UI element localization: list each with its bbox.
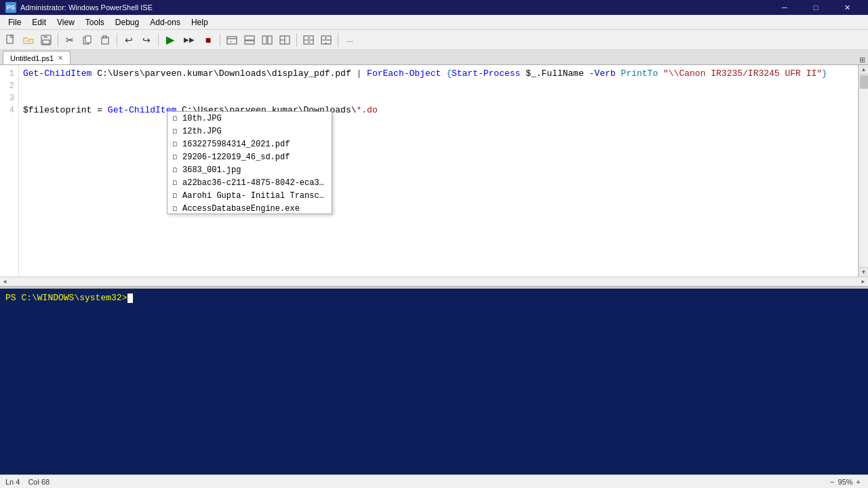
toolbar-layout1-button[interactable] <box>241 32 258 48</box>
zoom-controls: − 95% + <box>828 478 863 486</box>
zoom-out-button[interactable]: − <box>828 478 836 486</box>
menu-tools[interactable]: Tools <box>80 15 110 30</box>
line-num-4: 4 <box>3 104 14 117</box>
menu-help[interactable]: Help <box>186 15 214 30</box>
ac-item-1[interactable]: 🗋 12th.JPG <box>167 125 332 138</box>
code-line-3 <box>23 92 858 104</box>
toolbar-save-button[interactable] <box>38 32 54 48</box>
statusbar-left: Ln 4 Col 68 <box>5 478 50 486</box>
ac-label-7: AccessDatabaseEngine.exe <box>182 204 329 214</box>
toolbar-sep-1 <box>58 33 58 47</box>
console-section[interactable]: PS C:\WINDOWS\system32> <box>0 289 868 488</box>
minimize-button[interactable]: ─ <box>769 0 800 15</box>
line-num-2: 2 <box>3 80 14 92</box>
toolbar-stop-button[interactable]: ■ <box>200 32 216 48</box>
editor-scroll-right[interactable]: ► <box>859 277 868 287</box>
zoom-in-button[interactable]: + <box>854 478 863 486</box>
tab-label: Untitled1.ps1 <box>10 54 54 62</box>
toolbar-more-button[interactable]: … <box>342 32 358 48</box>
toolbar-layout2-button[interactable] <box>259 32 275 48</box>
toolbar-cut-button[interactable]: ✂ <box>62 32 78 48</box>
menubar: File Edit View Tools Debug Add-ons Help <box>0 15 868 30</box>
editor-vscroll: ▲ ▼ <box>859 65 868 277</box>
statusbar: Ln 4 Col 68 − 95% + <box>0 474 868 488</box>
autocomplete-dropdown[interactable]: 🗋 10th.JPG 🗋 12th.JPG 🗋 1632275984314_20… <box>167 111 332 214</box>
status-col: Col 68 <box>28 478 50 486</box>
toolbar-copy-button[interactable] <box>79 32 96 48</box>
toolbar-expand-button[interactable]: ▲▼ <box>300 32 317 48</box>
menu-view[interactable]: View <box>52 15 80 30</box>
editor-scroll-up[interactable]: ▲ <box>859 65 868 75</box>
keyword-get-childitem: Get-ChildItem <box>23 68 92 80</box>
menu-debug[interactable]: Debug <box>110 15 144 30</box>
ac-label-1: 12th.JPG <box>182 127 329 136</box>
toolbar-sep-2 <box>117 33 117 47</box>
ac-label-6: Aarohi Gupta- Initial Transcript... <box>182 191 329 201</box>
ac-file-icon-0: 🗋 <box>170 114 180 123</box>
status-position: Ln 4 <box>5 478 20 486</box>
toolbar-run-button[interactable]: ▶ <box>162 32 178 48</box>
ac-item-3[interactable]: 🗋 29206-122019_46_sd.pdf <box>167 150 332 163</box>
svg-text:▼: ▼ <box>307 40 311 44</box>
svg-rect-2 <box>26 41 31 41</box>
svg-rect-5 <box>43 40 50 44</box>
toolbar-run-selection-button[interactable]: ▶▶ <box>180 32 199 48</box>
svg-rect-14 <box>262 36 267 44</box>
ac-item-7[interactable]: 🗋 AccessDatabaseEngine.exe <box>167 202 332 214</box>
console-cursor <box>127 293 133 303</box>
titlebar-controls: ─ □ ✕ <box>769 0 863 15</box>
ac-file-icon-2: 🗋 <box>170 140 180 149</box>
ac-file-icon-7: 🗋 <box>170 204 180 214</box>
toolbar-newtab-button[interactable]: + <box>224 32 240 48</box>
tab-close-button[interactable]: ✕ <box>58 54 63 62</box>
console-pane[interactable]: PS C:\WINDOWS\system32> <box>0 289 868 488</box>
ac-label-5: a22bac36-c211-4875-8042-eca356c2... <box>182 178 329 188</box>
toolbar: ✂ ↩ ↪ ▶ ▶▶ ■ + <box>0 30 868 50</box>
editor-with-scroll: 1 2 3 4 Get-ChildItem C:\Users\parveen.k… <box>0 65 868 277</box>
toolbar-open-button[interactable] <box>20 32 37 48</box>
ac-item-4[interactable]: 🗋 3683_001.jpg <box>167 163 332 176</box>
editor-scroll-thumb[interactable] <box>860 75 868 89</box>
editor-section: 1 2 3 4 Get-ChildItem C:\Users\parveen.k… <box>0 65 868 289</box>
tab-untitled1[interactable]: Untitled1.ps1 ✕ <box>3 51 71 64</box>
menu-file[interactable]: File <box>3 15 26 30</box>
toolbar-new-button[interactable] <box>3 32 19 48</box>
line-num-1: 1 <box>3 68 14 80</box>
editor-hscroll[interactable]: ◄ ► <box>0 277 868 286</box>
toolbar-sep-5 <box>296 33 297 47</box>
code-area[interactable]: Get-ChildItem C:\Users\parveen.kumar\Dow… <box>19 65 858 277</box>
zoom-level: 95% <box>838 478 853 486</box>
maximize-button[interactable]: □ <box>800 0 831 15</box>
script-pane[interactable]: 1 2 3 4 Get-ChildItem C:\Users\parveen.k… <box>0 65 859 277</box>
tab-expand-button[interactable]: ⊞ <box>859 56 865 64</box>
ac-file-icon-5: 🗋 <box>170 178 180 188</box>
ac-file-icon-4: 🗋 <box>170 165 180 175</box>
titlebar: PS Administrator: Windows PowerShell ISE… <box>0 0 868 15</box>
toolbar-collapse-button[interactable]: ▼▲ <box>318 32 334 48</box>
editor-scroll-down[interactable]: ▼ <box>859 267 868 277</box>
ac-label-3: 29206-122019_46_sd.pdf <box>182 152 329 162</box>
toolbar-paste-button[interactable] <box>97 32 113 48</box>
editor-scroll-track <box>859 75 868 267</box>
ac-item-5[interactable]: 🗋 a22bac36-c211-4875-8042-eca356c2... <box>167 176 332 189</box>
code-line-4: $filestoprint = Get-ChildItem C:\Users\p… <box>23 104 858 117</box>
editor-scroll-left[interactable]: ◄ <box>0 277 9 287</box>
ac-item-6[interactable]: 🗋 Aarohi Gupta- Initial Transcript... <box>167 189 332 202</box>
menu-addons[interactable]: Add-ons <box>144 15 186 30</box>
close-button[interactable]: ✕ <box>831 0 863 15</box>
menu-edit[interactable]: Edit <box>26 15 52 30</box>
toolbar-sep-6 <box>338 33 338 47</box>
toolbar-layout3-button[interactable] <box>277 32 293 48</box>
editor-content: 1 2 3 4 Get-ChildItem C:\Users\parveen.k… <box>0 65 858 277</box>
ac-item-2[interactable]: 🗋 1632275984314_2021.pdf <box>167 138 332 150</box>
ac-item-0[interactable]: 🗋 10th.JPG <box>167 112 332 125</box>
ac-file-icon-3: 🗋 <box>170 152 180 162</box>
toolbar-undo-button[interactable]: ↩ <box>121 32 137 48</box>
ac-label-4: 3683_001.jpg <box>182 165 329 175</box>
console-prompt-text: PS C:\WINDOWS\system32> <box>5 293 127 303</box>
svg-rect-12 <box>245 36 254 40</box>
ac-label-0: 10th.JPG <box>182 114 329 123</box>
toolbar-redo-button[interactable]: ↪ <box>138 32 155 48</box>
console-prompt-line: PS C:\WINDOWS\system32> <box>5 293 863 303</box>
titlebar-title: Administrator: Windows PowerShell ISE <box>20 3 153 12</box>
